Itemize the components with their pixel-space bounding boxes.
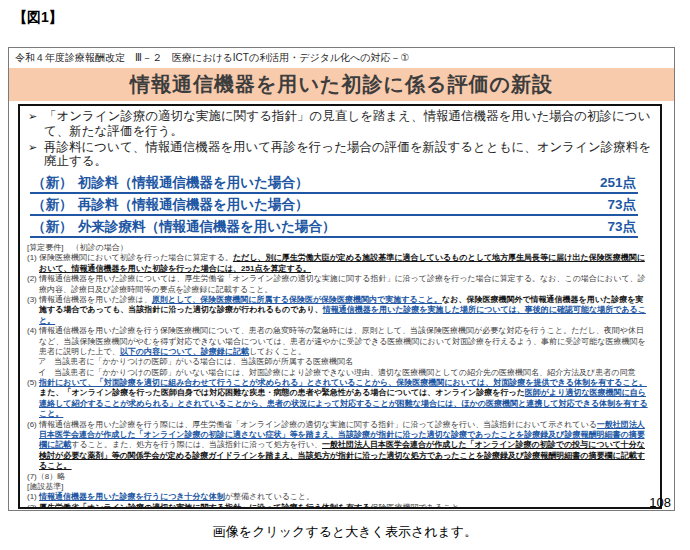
bullet-arrow-icon: ➢ (28, 140, 44, 170)
bullet-item: ➢ 「オンライン診療の適切な実施に関する指針」の見直しを踏まえ、情報通信機器を用… (28, 109, 652, 139)
bullet-arrow-icon: ➢ (28, 109, 44, 139)
image-caption: 画像をクリックすると大きく表示されます。 (0, 523, 690, 541)
content-box: ➢ 「オンライン診療の適切な実施に関する指針」の見直しを踏まえ、情報通信機器を用… (18, 104, 662, 509)
detail-paragraph: (1) 保険医療機関において初診を行った場合に算定する。ただし、別に厚生労働大臣… (27, 253, 650, 274)
new-fee-row: （新） 再診料（情報通信機器を用いた場合） 73点 (30, 195, 638, 216)
detail-paragraph: [算定要件] （初診の場合） (27, 243, 650, 253)
detail-paragraph: (6) 情報通信機器を用いた診療を行う際には、厚生労働省「オンライン診療の適切な… (27, 420, 650, 472)
title-banner: 情報通信機器を用いた初診に係る評価の新設 (9, 68, 674, 101)
detail-paragraph: ア 当該患者に「かかりつけの医師」がいる場合には、当該医師が所属する医療機関名 (27, 357, 650, 367)
fee-label: 初診料（情報通信機器を用いた場合） (78, 174, 600, 192)
bullet-text: 再診料について、情報通信機器を用いて再診を行った場合の評価を新設するとともに、オ… (44, 140, 652, 170)
new-fee-row: （新） 初診料（情報通信機器を用いた場合） 251点 (30, 173, 638, 194)
detail-paragraph: (4) 情報通信機器を用いた診療を行う保険医療機関について、患者の急変時等の緊急… (27, 326, 650, 357)
fee-label: 外来診療料（情報通信機器を用いた場合） (78, 218, 607, 236)
detail-paragraph: イ 当該患者に「かかりつけの医師」がいない場合には、対面診療により診療できない理… (27, 368, 650, 378)
fee-points: 73点 (607, 218, 636, 236)
new-tag: （新） (32, 174, 78, 192)
page-number: 108 (649, 495, 671, 510)
detail-paragraph: (1) 情報通信機器を用いた診療を行うにつき十分な体制が整備されていること。 (27, 492, 650, 502)
detail-paragraph: (7)（8）略 (27, 472, 650, 482)
bullet-item: ➢ 再診料について、情報通信機器を用いて再診を行った場合の評価を新設するとともに… (28, 140, 652, 170)
summary-bullets: ➢ 「オンライン診療の適切な実施に関する指針」の見直しを踏まえ、情報通信機器を用… (20, 106, 660, 171)
detail-paragraph: (2) 厚生労働省「オンライン診療の適切な実施に関する指針」に沿って診療を行う体… (27, 503, 650, 509)
slide-image[interactable]: 令和４年度診療報酬改定 Ⅲ－２ 医療におけるICTの利活用・デジタル化への対応－… (8, 47, 675, 511)
slide-title: 情報通信機器を用いた初診に係る評価の新設 (130, 71, 553, 98)
detail-paragraph: [施設基準] (27, 482, 650, 492)
new-tag: （新） (32, 196, 78, 214)
fee-label: 再診料（情報通信機器を用いた場合） (78, 196, 607, 214)
detail-paragraph: (5) 指針において、「対面診療を適切に組み合わせて行うことが求められる」とされ… (27, 378, 650, 420)
detail-paragraph: (2) 情報通信機器を用いた診療については、厚生労働省「オンライン診療の適切な実… (27, 274, 650, 295)
figure-label: 【図1】 (13, 9, 63, 27)
bullet-text: 「オンライン診療の適切な実施に関する指針」の見直しを踏まえ、情報通信機器を用いた… (44, 109, 652, 139)
details-list: [算定要件] （初診の場合）(1) 保険医療機関において初診を行った場合に算定す… (20, 241, 660, 509)
detail-paragraph: (3) 情報通信機器を用いた診療は、原則として、保険医療機関に所属する保険医が保… (27, 295, 650, 326)
new-fee-row: （新） 外来診療料（情報通信機器を用いた場合） 73点 (30, 217, 638, 238)
new-fee-table: （新） 初診料（情報通信機器を用いた場合） 251点 （新） 再診料（情報通信機… (20, 171, 660, 241)
new-tag: （新） (32, 218, 78, 236)
fee-points: 251点 (600, 174, 636, 192)
fee-points: 73点 (607, 196, 636, 214)
slide-header-text: 令和４年度診療報酬改定 Ⅲ－２ 医療におけるICTの利活用・デジタル化への対応－… (9, 48, 674, 68)
